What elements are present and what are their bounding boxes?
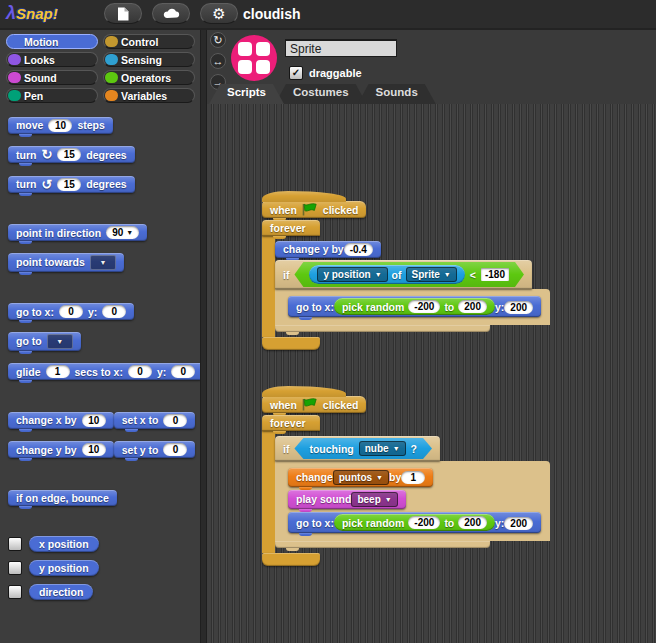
number-input-slot[interactable]: 15 bbox=[57, 178, 81, 191]
sprite-name-input[interactable] bbox=[285, 39, 397, 57]
tab-costumes[interactable]: Costumes bbox=[275, 84, 367, 104]
watcher-checkbox[interactable] bbox=[8, 561, 22, 575]
if-block-header[interactable]: iftouchingnube▼? bbox=[275, 436, 440, 461]
number-input-slot[interactable]: 10 bbox=[82, 414, 106, 427]
category-variables[interactable]: Variables bbox=[103, 88, 195, 103]
block-move-steps[interactable]: move10steps bbox=[8, 117, 113, 134]
tab-sounds[interactable]: Sounds bbox=[358, 84, 436, 104]
script[interactable]: whenclickedforeveriftouchingnube▼?change… bbox=[262, 385, 550, 566]
gear-button[interactable]: ⚙ bbox=[200, 3, 238, 24]
category-color-dot bbox=[8, 54, 21, 65]
dropdown-slot[interactable]: Sprite▼ bbox=[406, 267, 457, 282]
script[interactable]: whenclickedforeverchange y by-0.4ify pos… bbox=[262, 190, 550, 350]
number-input-slot[interactable]: 1 bbox=[401, 471, 425, 484]
if-block-header[interactable]: ify position▼ofSprite▼<-180 bbox=[275, 260, 532, 289]
block-turn-degrees[interactable]: turn↺15degrees bbox=[8, 176, 135, 193]
operators-predicate-block[interactable]: y position▼ofSprite▼<-180 bbox=[294, 262, 524, 287]
tab-scripts[interactable]: Scripts bbox=[209, 84, 284, 104]
block-change-by[interactable]: changepuntos▼by1 bbox=[288, 468, 433, 487]
number-input-slot[interactable]: -0.4 bbox=[344, 243, 373, 256]
dropdown-slot[interactable]: 90▼ bbox=[106, 226, 139, 239]
dropdown-slot[interactable]: beep▼ bbox=[351, 492, 397, 507]
block-label: secs to x: bbox=[75, 366, 123, 378]
category-motion[interactable]: Motion bbox=[6, 34, 98, 49]
draggable-checkbox[interactable]: ✓ bbox=[289, 66, 303, 80]
watcher-checkbox[interactable] bbox=[8, 585, 22, 599]
forever-block-header[interactable]: forever bbox=[262, 415, 320, 431]
h-arrows-button[interactable]: ↔ bbox=[210, 53, 226, 69]
dropdown-slot-empty[interactable]: ▼ bbox=[90, 255, 116, 270]
forever-block-header[interactable]: forever bbox=[262, 220, 320, 236]
number-input-slot[interactable]: 200 bbox=[458, 300, 487, 313]
block-glide-secs-to-x-y[interactable]: glide1secs to x:0y:0 bbox=[8, 363, 200, 380]
watcher-checkbox[interactable] bbox=[8, 537, 22, 551]
number-input-slot[interactable]: 0 bbox=[163, 443, 187, 456]
block-point-towards[interactable]: point towards▼ bbox=[8, 253, 124, 272]
block-go-to-x-y[interactable]: go to x:pick random-200to200y:200 bbox=[288, 296, 541, 317]
block-turn-degrees[interactable]: turn↻15degrees bbox=[8, 146, 135, 163]
block-change-y-by[interactable]: change y by-0.4 bbox=[275, 241, 381, 258]
if-block[interactable]: iftouchingnube▼?changepuntos▼by1play sou… bbox=[275, 436, 550, 548]
number-input-slot[interactable]: 0 bbox=[102, 305, 126, 318]
rotate-button[interactable]: ↻ bbox=[210, 32, 226, 48]
number-input-slot[interactable]: 200 bbox=[458, 516, 487, 529]
block-set-y-to[interactable]: set y to0 bbox=[114, 441, 196, 458]
number-input-slot[interactable]: -180 bbox=[481, 268, 509, 281]
operators-reporter-block[interactable]: pick random-200to200 bbox=[334, 514, 495, 531]
block-label: change bbox=[296, 471, 333, 483]
number-input-slot[interactable]: 0 bbox=[171, 365, 195, 378]
category-sound[interactable]: Sound bbox=[6, 70, 98, 85]
number-input-slot[interactable]: 10 bbox=[82, 443, 106, 456]
category-looks[interactable]: Looks bbox=[6, 52, 98, 67]
dropdown-slot[interactable]: puntos▼ bbox=[333, 470, 389, 485]
number-input-slot[interactable]: 1 bbox=[46, 365, 70, 378]
dropdown-slot[interactable]: y position▼ bbox=[317, 267, 387, 282]
dropdown-slot[interactable]: nube▼ bbox=[359, 441, 406, 456]
block-go-to-x-y[interactable]: go to x:pick random-200to200y:200 bbox=[288, 512, 541, 533]
reporter-y-position[interactable]: y position bbox=[29, 560, 99, 576]
file-button[interactable] bbox=[104, 3, 142, 24]
hat-block-when-flag-clicked[interactable]: whenclicked bbox=[262, 396, 366, 413]
block-label: when bbox=[270, 204, 297, 216]
dropdown-value: 90 bbox=[112, 227, 123, 238]
category-sensing[interactable]: Sensing bbox=[103, 52, 195, 67]
category-operators[interactable]: Operators bbox=[103, 70, 195, 85]
block-go-to[interactable]: go to▼ bbox=[8, 332, 81, 351]
category-pen[interactable]: Pen bbox=[6, 88, 98, 103]
reporter-direction[interactable]: direction bbox=[29, 584, 93, 600]
sensing-reporter-block[interactable]: y position▼ofSprite▼ bbox=[309, 265, 464, 284]
number-input-slot[interactable]: 15 bbox=[57, 148, 81, 161]
number-input-slot[interactable]: 0 bbox=[163, 414, 187, 427]
block-play-sound[interactable]: play soundbeep▼ bbox=[288, 490, 406, 509]
operators-reporter-block[interactable]: pick random-200to200 bbox=[334, 298, 495, 315]
dropdown-value: puntos bbox=[339, 472, 372, 483]
number-input-slot[interactable]: 200 bbox=[504, 517, 533, 530]
snap-logo[interactable]: λSnap! bbox=[6, 3, 58, 24]
scripts-pane[interactable]: whenclickedforeverchange y by-0.4ify pos… bbox=[207, 104, 656, 643]
cloud-button[interactable] bbox=[152, 3, 190, 24]
sensing-predicate-block[interactable]: touchingnube▼? bbox=[294, 438, 432, 459]
number-input-slot[interactable]: 0 bbox=[59, 305, 83, 318]
category-control[interactable]: Control bbox=[103, 34, 195, 49]
block-change-y-by[interactable]: change y by10 bbox=[8, 441, 114, 458]
hat-block-when-flag-clicked[interactable]: whenclicked bbox=[262, 201, 366, 218]
number-input-slot[interactable]: 0 bbox=[128, 365, 152, 378]
block-label: go to x: bbox=[296, 517, 334, 529]
block-if-on-edge-bounce[interactable]: if on edge, bounce bbox=[8, 490, 117, 506]
number-input-slot[interactable]: -200 bbox=[408, 516, 440, 529]
forever-block[interactable]: foreveriftouchingnube▼?changepuntos▼by1p… bbox=[262, 413, 550, 566]
number-input-slot[interactable]: 200 bbox=[504, 301, 533, 314]
sprite-thumbnail[interactable] bbox=[231, 35, 277, 81]
block-point-in-direction[interactable]: point in direction90▼ bbox=[8, 224, 147, 241]
number-input-slot[interactable]: -200 bbox=[408, 300, 440, 313]
block-change-x-by[interactable]: change x by10 bbox=[8, 412, 114, 429]
forever-block[interactable]: foreverchange y by-0.4ify position▼ofSpr… bbox=[262, 218, 550, 350]
block-set-x-to[interactable]: set x to0 bbox=[114, 412, 196, 429]
if-block[interactable]: ify position▼ofSprite▼<-180go to x:pick … bbox=[275, 260, 550, 332]
number-input-slot[interactable]: 10 bbox=[48, 119, 72, 132]
dropdown-slot-empty[interactable]: ▼ bbox=[47, 334, 73, 349]
palette-divider[interactable] bbox=[200, 28, 207, 643]
reporter-x-position[interactable]: x position bbox=[29, 536, 99, 552]
block-go-to-x-y[interactable]: go to x:0y:0 bbox=[8, 303, 134, 320]
chevron-down-icon: ▼ bbox=[56, 338, 63, 345]
